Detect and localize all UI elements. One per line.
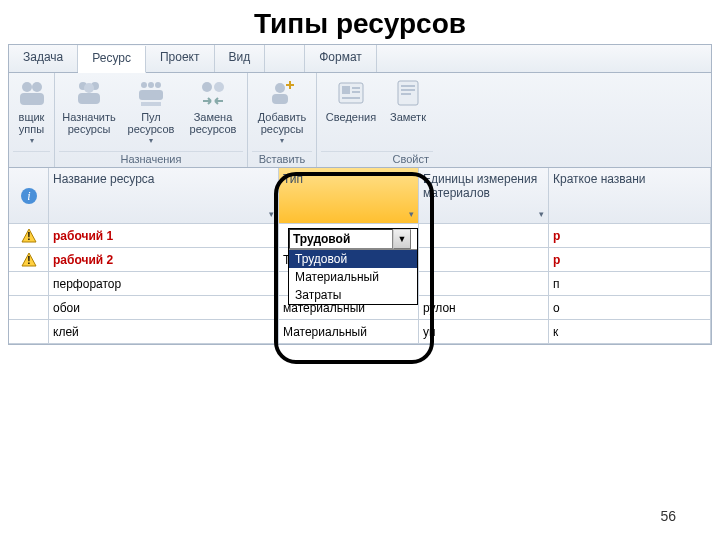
header-short[interactable]: Краткое названи: [549, 168, 711, 223]
chevron-down-icon: ▾: [280, 136, 284, 145]
cell-name[interactable]: клей: [49, 320, 279, 343]
cell-unit[interactable]: [419, 224, 549, 247]
svg-point-7: [141, 82, 147, 88]
ribbon-btn-label: вщикуппы: [19, 111, 45, 135]
tab-task[interactable]: Задача: [9, 45, 78, 72]
combo-input-row: ▼: [289, 229, 417, 249]
table-row[interactable]: клей Материальный уп к: [9, 320, 711, 344]
people-icon: [16, 77, 48, 109]
cell-indicator: [9, 272, 49, 295]
svg-point-12: [202, 82, 212, 92]
notes-icon: [392, 77, 424, 109]
svg-point-1: [32, 82, 42, 92]
svg-rect-10: [139, 90, 163, 100]
cell-unit[interactable]: [419, 272, 549, 295]
cell-short[interactable]: п: [549, 272, 711, 295]
header-indicator[interactable]: i: [9, 168, 49, 223]
combo-dropdown-button[interactable]: ▼: [393, 229, 411, 249]
cell-unit[interactable]: рулон: [419, 296, 549, 319]
ribbon-group-truncated: вщикуппы ▾: [9, 73, 55, 167]
ribbon-btn-assign[interactable]: Назначитьресурсы: [59, 75, 119, 137]
header-units[interactable]: Единицы измерения материалов▾: [419, 168, 549, 223]
svg-point-13: [214, 82, 224, 92]
sort-caret-icon: ▾: [269, 209, 274, 219]
svg-rect-15: [272, 94, 288, 104]
cell-indicator: !: [9, 224, 49, 247]
svg-text:!: !: [27, 231, 30, 242]
svg-rect-2: [20, 93, 44, 105]
info-card-icon: [335, 77, 367, 109]
chevron-down-icon: ▾: [30, 136, 34, 145]
svg-rect-20: [342, 97, 360, 99]
ribbon-btn-truncated[interactable]: вщикуппы ▾: [13, 75, 50, 147]
cell-short[interactable]: р: [549, 248, 711, 271]
ribbon-btn-label: Назначитьресурсы: [62, 111, 116, 135]
ribbon-btn-add[interactable]: Добавитьресурсы ▾: [252, 75, 312, 147]
group-label-assignments: Назначения: [59, 151, 243, 167]
ribbon-btn-replace[interactable]: Заменаресурсов: [183, 75, 243, 137]
cell-indicator: !: [9, 248, 49, 271]
svg-rect-19: [352, 91, 360, 93]
svg-point-9: [148, 82, 154, 88]
svg-rect-24: [401, 93, 411, 95]
header-type[interactable]: Тип▾: [279, 168, 419, 223]
cell-name[interactable]: перфоратор: [49, 272, 279, 295]
warning-icon: !: [21, 228, 37, 244]
svg-text:!: !: [27, 255, 30, 266]
combo-option[interactable]: Материальный: [289, 268, 417, 286]
assign-icon: [73, 77, 105, 109]
svg-rect-22: [401, 85, 415, 87]
add-resource-icon: [266, 77, 298, 109]
warning-icon: !: [21, 252, 37, 268]
sort-caret-icon: ▾: [409, 209, 414, 219]
svg-text:i: i: [27, 189, 30, 203]
svg-point-8: [155, 82, 161, 88]
tab-project[interactable]: Проект: [146, 45, 215, 72]
cell-indicator: [9, 296, 49, 319]
replace-icon: [197, 77, 229, 109]
ribbon-btn-label: Добавитьресурсы: [258, 111, 307, 135]
cell-name[interactable]: обои: [49, 296, 279, 319]
cell-unit[interactable]: [419, 248, 549, 271]
ribbon-btn-info[interactable]: Сведения: [321, 75, 381, 125]
type-combobox[interactable]: ▼ Трудовой Материальный Затраты: [288, 228, 418, 305]
ribbon: вщикуппы ▾ Назначитьресурсы: [8, 72, 712, 168]
ribbon-btn-pool[interactable]: Пулресурсов ▾: [121, 75, 181, 147]
cell-indicator: [9, 320, 49, 343]
tabs-gap: [265, 45, 305, 72]
page-number: 56: [660, 508, 676, 524]
svg-rect-18: [352, 87, 360, 89]
ribbon-tabs: Задача Ресурс Проект Вид Формат: [8, 44, 712, 72]
cell-name[interactable]: рабочий 2: [49, 248, 279, 271]
ribbon-group-properties: Сведения Заметк Свойст: [317, 73, 437, 167]
ribbon-btn-label: Пулресурсов: [128, 111, 175, 135]
cell-type[interactable]: Материальный: [279, 320, 419, 343]
slide-title: Типы ресурсов: [0, 0, 720, 44]
svg-rect-23: [401, 89, 415, 91]
pool-icon: [135, 77, 167, 109]
chevron-down-icon: ▼: [398, 234, 407, 244]
ribbon-btn-label: Сведения: [326, 111, 376, 123]
combo-option[interactable]: Затраты: [289, 286, 417, 304]
svg-point-5: [84, 83, 94, 93]
group-label-properties: Свойст: [321, 151, 433, 167]
ribbon-btn-label: Заменаресурсов: [190, 111, 237, 135]
combo-input[interactable]: [289, 229, 393, 249]
cell-name[interactable]: рабочий 1: [49, 224, 279, 247]
tab-resource[interactable]: Ресурс: [78, 46, 146, 73]
group-label-empty: [13, 151, 50, 167]
ribbon-group-insert: Добавитьресурсы ▾ Вставить: [248, 73, 317, 167]
tab-view[interactable]: Вид: [215, 45, 266, 72]
chevron-down-icon: ▾: [149, 136, 153, 145]
cell-short[interactable]: о: [549, 296, 711, 319]
svg-point-14: [275, 83, 285, 93]
ribbon-btn-notes[interactable]: Заметк: [383, 75, 433, 125]
cell-unit[interactable]: уп: [419, 320, 549, 343]
combo-option[interactable]: Трудовой: [289, 250, 417, 268]
header-name[interactable]: Название ресурса▾: [49, 168, 279, 223]
cell-short[interactable]: р: [549, 224, 711, 247]
sort-caret-icon: ▾: [539, 209, 544, 219]
tab-format[interactable]: Формат: [305, 45, 377, 72]
ribbon-btn-label: Заметк: [390, 111, 426, 123]
cell-short[interactable]: к: [549, 320, 711, 343]
